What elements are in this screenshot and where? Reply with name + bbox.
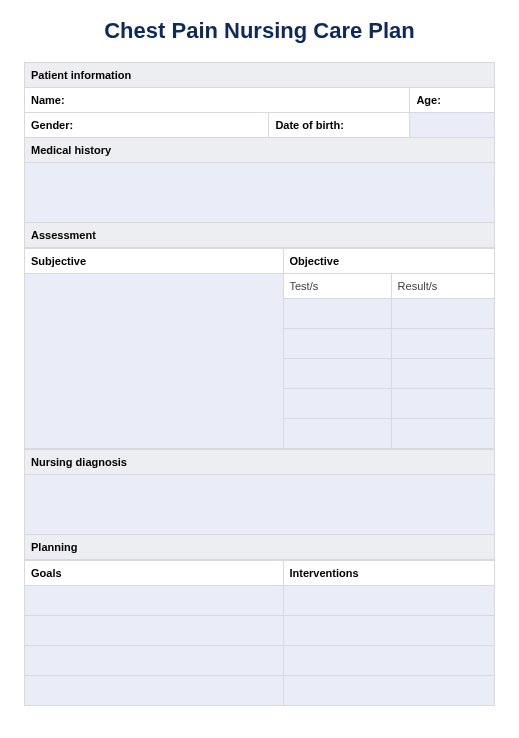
tests-col-header: Test/s xyxy=(283,274,391,299)
patient-info-header: Patient information xyxy=(25,63,495,88)
age-label: Age: xyxy=(410,88,495,113)
planning-header: Planning xyxy=(25,535,495,560)
dob-label: Date of birth: xyxy=(269,113,410,138)
goal-cell[interactable] xyxy=(25,616,284,646)
patient-info-table: Patient information Name: Age: Gender: D… xyxy=(24,62,495,248)
result-cell[interactable] xyxy=(391,389,494,419)
objective-label: Objective xyxy=(283,249,495,274)
test-cell[interactable] xyxy=(283,329,391,359)
intervention-cell[interactable] xyxy=(283,586,495,616)
nursing-diagnosis-header: Nursing diagnosis xyxy=(25,450,495,475)
result-cell[interactable] xyxy=(391,329,494,359)
medical-history-header: Medical history xyxy=(25,138,495,163)
gender-label: Gender: xyxy=(25,113,269,138)
results-col-header: Result/s xyxy=(391,274,494,299)
intervention-cell[interactable] xyxy=(283,616,495,646)
assessment-table: Subjective Objective Test/s Result/s xyxy=(24,248,495,449)
planning-table: Goals Interventions xyxy=(24,560,495,706)
intervention-cell[interactable] xyxy=(283,646,495,676)
medical-history-area[interactable] xyxy=(25,163,495,223)
result-cell[interactable] xyxy=(391,419,494,449)
assessment-header: Assessment xyxy=(25,223,495,248)
result-cell[interactable] xyxy=(391,299,494,329)
interventions-label: Interventions xyxy=(283,561,495,586)
result-cell[interactable] xyxy=(391,359,494,389)
goals-label: Goals xyxy=(25,561,284,586)
intervention-cell[interactable] xyxy=(283,676,495,706)
name-label: Name: xyxy=(25,88,410,113)
dob-value[interactable] xyxy=(410,113,495,138)
goal-cell[interactable] xyxy=(25,646,284,676)
subjective-area[interactable] xyxy=(25,274,284,449)
goal-cell[interactable] xyxy=(25,586,284,616)
subjective-label: Subjective xyxy=(25,249,284,274)
page-title: Chest Pain Nursing Care Plan xyxy=(24,18,495,44)
test-cell[interactable] xyxy=(283,389,391,419)
nursing-diagnosis-table: Nursing diagnosis Planning xyxy=(24,449,495,560)
test-cell[interactable] xyxy=(283,299,391,329)
nursing-diagnosis-area[interactable] xyxy=(25,475,495,535)
test-cell[interactable] xyxy=(283,419,391,449)
goal-cell[interactable] xyxy=(25,676,284,706)
test-cell[interactable] xyxy=(283,359,391,389)
